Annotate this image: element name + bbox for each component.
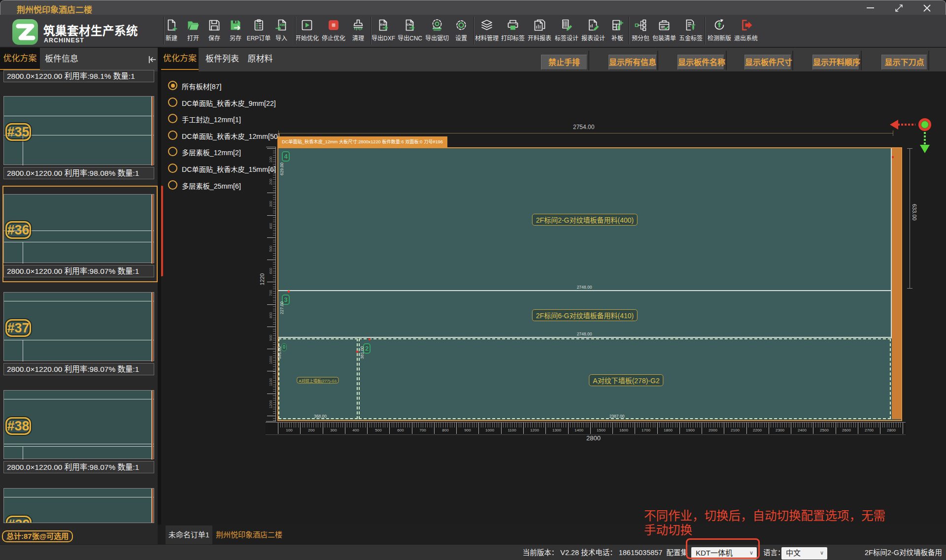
svg-text:XML: XML [279,23,286,27]
